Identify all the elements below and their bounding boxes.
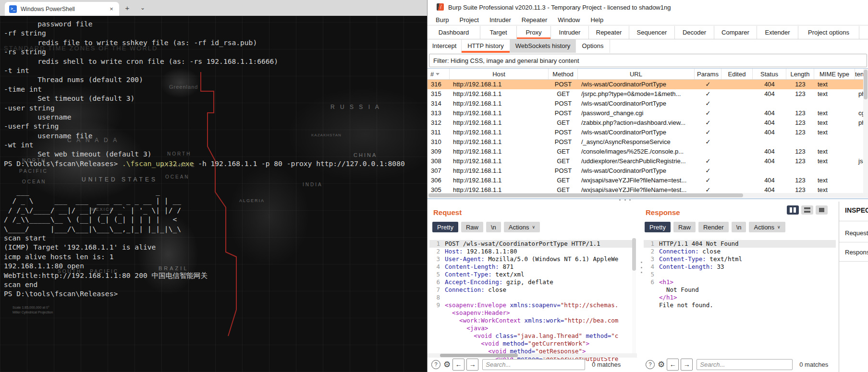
request-editor[interactable]: 1POST /wls-wsat/CoordinatorPortType HTTP… — [429, 240, 636, 363]
column-header-length[interactable]: Length — [786, 69, 814, 79]
tab-extender[interactable]: Extender — [757, 26, 798, 39]
column-header-host[interactable]: Host — [450, 69, 549, 79]
prev-match-button[interactable]: ← — [452, 359, 465, 371]
column-header-mimetype[interactable]: MIME type — [814, 69, 855, 79]
code-line: <void method="getCurrentWork"> — [429, 340, 636, 348]
response-tab-n[interactable]: \n — [732, 222, 746, 232]
request-search-input[interactable] — [482, 359, 585, 370]
http-history-row[interactable]: 307http://192.168.1.1POST/wls-wsat/Coord… — [428, 166, 868, 176]
column-header-[interactable]: # — [428, 69, 450, 79]
http-history-row[interactable]: 306http://192.168.1.1GET/wxjsapi/saveYZJ… — [428, 176, 868, 185]
tab-dropdown-icon[interactable]: ⌄ — [138, 4, 147, 12]
request-tab-actions[interactable]: Actions∨ — [504, 222, 540, 232]
request-horizontal-scrollbar[interactable] — [428, 353, 637, 358]
inspector-section-1[interactable]: Response Headers — [845, 249, 868, 256]
subtab-options[interactable]: Options — [576, 39, 610, 53]
request-vertical-scrollbar[interactable] — [632, 238, 636, 353]
request-tab-raw[interactable]: Raw — [461, 222, 483, 232]
menu-item-intruder[interactable]: Intruder — [484, 16, 516, 24]
http-history-row[interactable]: 311http://192.168.1.1POST/wls-wsat/Coord… — [428, 128, 868, 137]
tab-proxy[interactable]: Proxy — [517, 26, 551, 39]
table-horizontal-scrollbar[interactable] — [428, 193, 868, 198]
menu-item-burp[interactable]: Burp — [430, 16, 454, 24]
http-history-row[interactable]: 310http://192.168.1.1POST/_async/AsyncRe… — [428, 137, 868, 147]
prev-match-button[interactable]: ← — [667, 359, 679, 371]
divider — [839, 242, 868, 242]
request-tab-pretty[interactable]: Pretty — [432, 222, 458, 232]
subtab-intercept[interactable]: Intercept — [428, 39, 462, 53]
http-history-row[interactable]: 312http://192.168.1.1GET/zabbix.php?acti… — [428, 118, 868, 128]
layout-columns-button[interactable] — [787, 205, 799, 215]
tab-comparer[interactable]: Comparer — [714, 26, 757, 39]
filter-bar[interactable]: Filter: Hiding CSS, image and general bi… — [429, 54, 867, 67]
next-match-button[interactable]: → — [681, 359, 693, 371]
method-cell: POST — [549, 108, 578, 118]
menu-item-repeater[interactable]: Repeater — [516, 16, 552, 24]
status-cell: 404 — [753, 80, 786, 89]
request-match-count: 0 matches — [592, 361, 621, 368]
subtab-websockets-history[interactable]: WebSockets history — [510, 39, 576, 53]
line-number — [644, 294, 654, 301]
code-line: 5 — [644, 271, 836, 278]
tab-intruder[interactable]: Intruder — [551, 26, 589, 39]
column-header-method[interactable]: Method — [549, 69, 578, 79]
terminal-tab[interactable]: >_ Windows PowerShell × — [5, 2, 119, 16]
url-cell: /wls-wsat/CoordinatorPortType — [578, 166, 695, 176]
tab-project-options[interactable]: Project options — [798, 26, 859, 39]
terminal-line: username file — [4, 131, 405, 140]
menu-item-window[interactable]: Window — [552, 16, 585, 24]
response-editor[interactable]: 1HTTP/1.1 404 Not Found2Connection: clos… — [644, 240, 836, 363]
column-header-status[interactable]: Status — [753, 69, 786, 79]
request-tab-n[interactable]: \n — [486, 222, 501, 232]
response-tab-raw[interactable]: Raw — [673, 222, 696, 232]
new-tab-button[interactable]: + — [123, 4, 132, 12]
column-header-url[interactable]: URL — [578, 69, 695, 79]
help-icon[interactable]: ? — [431, 360, 440, 369]
http-history-row[interactable]: 308http://192.168.1.1GET/uddiexplorer/Se… — [428, 156, 868, 166]
response-tab-render[interactable]: Render — [698, 222, 729, 232]
code-line: 9<soapenv:Envelope xmlns:soapenv="http:/… — [429, 301, 636, 309]
help-icon[interactable]: ? — [646, 360, 655, 369]
vertical-splitter-handle[interactable] — [640, 262, 643, 273]
scroll-thumb[interactable] — [864, 70, 868, 99]
scroll-thumb[interactable] — [632, 238, 636, 271]
tab-decoder[interactable]: Decoder — [675, 26, 714, 39]
close-tab-icon[interactable]: × — [108, 5, 115, 13]
url-cell: /jsrpc.php?type=0&mode=1&meth... — [578, 89, 695, 99]
column-header-params[interactable]: Params — [695, 69, 721, 79]
response-search-input[interactable] — [697, 359, 793, 370]
method-cell: POST — [549, 99, 578, 108]
tab-sequencer[interactable]: Sequencer — [629, 26, 675, 39]
scroll-thumb[interactable] — [428, 193, 743, 197]
response-tab-actions[interactable]: Actions∨ — [749, 222, 785, 232]
http-history-row[interactable]: 316http://192.168.1.1POST/wls-wsat/Coord… — [428, 80, 868, 89]
next-match-button[interactable]: → — [466, 359, 478, 371]
terminal-line: Set web timeout (default 3) — [4, 149, 405, 158]
menu-item-project[interactable]: Project — [454, 16, 484, 24]
tab-user-options[interactable]: User options — [859, 26, 868, 39]
tab-target[interactable]: Target — [480, 26, 517, 39]
tab-dashboard[interactable]: Dashboard — [428, 26, 480, 39]
subtab-http-history[interactable]: HTTP history — [462, 39, 510, 53]
terminal-line: redis shell to write cron file (as: -rs … — [4, 57, 405, 66]
scroll-thumb[interactable] — [440, 354, 518, 357]
code-line: <java> — [429, 324, 636, 332]
http-history-row[interactable]: 314http://192.168.1.1POST/wls-wsat/Coord… — [428, 99, 868, 108]
http-history-row[interactable]: 309http://192.168.1.1GET/console/images/… — [428, 147, 868, 156]
terminal-body[interactable]: STANDARD TIME ZONES OF THE WORLDGreenlan… — [0, 16, 427, 372]
column-header-edited[interactable]: Edited — [721, 69, 753, 79]
layout-single-button[interactable] — [816, 205, 828, 215]
table-vertical-scrollbar[interactable] — [863, 69, 868, 193]
http-history-row[interactable]: 313http://192.168.1.1POST/password_chang… — [428, 108, 868, 118]
tab-repeater[interactable]: Repeater — [589, 26, 629, 39]
http-history-row[interactable]: 315http://192.168.1.1GET/jsrpc.php?type=… — [428, 89, 868, 99]
splitter-line[interactable] — [428, 198, 868, 199]
edited-cell — [721, 166, 753, 176]
line-number: 5 — [644, 271, 654, 278]
gear-icon[interactable]: ⚙ — [443, 360, 451, 370]
gear-icon[interactable]: ⚙ — [658, 360, 665, 370]
response-tab-pretty[interactable]: Pretty — [645, 222, 671, 232]
layout-rows-button[interactable] — [801, 205, 813, 215]
inspector-section-0[interactable]: Request Attributes — [845, 229, 868, 237]
menu-item-help[interactable]: Help — [585, 16, 609, 24]
